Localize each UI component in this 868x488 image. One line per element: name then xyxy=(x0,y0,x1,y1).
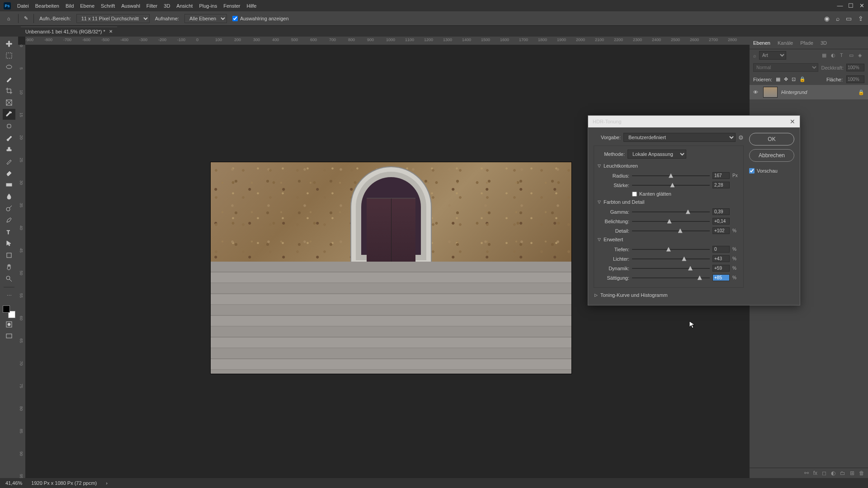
exposure-input[interactable] xyxy=(712,218,730,225)
detail-input[interactable] xyxy=(712,227,730,234)
screenmode-icon[interactable] xyxy=(3,331,15,342)
cloud-icon[interactable]: ◉ xyxy=(824,15,830,22)
layer-name[interactable]: Hintergrund xyxy=(781,89,807,95)
eyedropper-tool[interactable] xyxy=(3,109,15,120)
saturation-slider[interactable] xyxy=(632,277,710,278)
filter-smart-icon[interactable]: ◈ xyxy=(858,52,864,59)
menu-fenster[interactable]: Fenster xyxy=(223,3,240,9)
menu-filter[interactable]: Filter xyxy=(146,3,157,9)
filter-pixel-icon[interactable]: ▦ xyxy=(822,52,828,59)
tab-pfade[interactable]: Pfade xyxy=(800,40,813,46)
saturation-input[interactable] xyxy=(712,274,730,281)
section-curve-toggle[interactable]: ▷ Toning-Kurve und Histogramm xyxy=(594,291,744,300)
home-icon[interactable]: ⌂ xyxy=(5,14,13,23)
highlight-input[interactable] xyxy=(712,255,730,262)
workspace-icon[interactable]: ▭ xyxy=(846,15,852,22)
vibrance-input[interactable] xyxy=(712,265,730,272)
visibility-icon[interactable]: 👁 xyxy=(753,89,760,95)
menu-auswahl[interactable]: Auswahl xyxy=(121,3,140,9)
layer-row[interactable]: 👁 Hintergrund 🔒 xyxy=(750,85,868,99)
sample-size-select[interactable]: 11 x 11 Pixel Durchschnitt xyxy=(76,14,150,23)
lock-artboard-icon[interactable]: ⊡ xyxy=(792,76,796,82)
doc-info[interactable]: 1920 Px x 1080 Px (72 ppcm) xyxy=(31,480,97,486)
eyedropper-tool-icon[interactable]: ✎ xyxy=(24,15,28,21)
gamma-slider[interactable] xyxy=(632,211,710,212)
filter-shape-icon[interactable]: ▭ xyxy=(849,52,855,59)
blur-tool[interactable] xyxy=(3,191,15,202)
fill-input[interactable] xyxy=(846,75,864,83)
preview-checkbox[interactable] xyxy=(749,168,755,174)
tab-ebenen[interactable]: Ebenen xyxy=(753,40,770,46)
new-layer-icon[interactable]: ⊞ xyxy=(850,470,854,476)
preset-gear-icon[interactable]: ⚙ xyxy=(738,134,744,141)
shadow-input[interactable] xyxy=(712,246,730,253)
layer-thumbnail[interactable] xyxy=(763,87,778,98)
ok-button[interactable]: OK xyxy=(749,133,794,145)
frame-tool[interactable] xyxy=(3,97,15,108)
dodge-tool[interactable] xyxy=(3,203,15,214)
document-tab[interactable]: Unbenannt-1 bei 41,5% (RGB/32*) * ✕ xyxy=(21,27,117,36)
menu-ebene[interactable]: Ebene xyxy=(80,3,94,9)
marquee-tool[interactable] xyxy=(3,50,15,61)
highlight-slider[interactable] xyxy=(632,258,710,259)
strength-input[interactable] xyxy=(712,182,730,188)
section-advanced-toggle[interactable]: ▽Erweitert xyxy=(598,237,740,242)
close-icon[interactable]: ✕ xyxy=(859,3,864,9)
gamma-input[interactable] xyxy=(712,208,730,215)
opacity-input[interactable] xyxy=(846,64,864,71)
section-tone-toggle[interactable]: ▽Farbton und Detail xyxy=(598,199,740,205)
hand-tool[interactable] xyxy=(3,262,15,272)
layer-mask-icon[interactable]: ◻ xyxy=(822,470,826,476)
show-ring-checkbox[interactable] xyxy=(232,16,238,21)
cancel-button[interactable]: Abbrechen xyxy=(749,149,794,162)
layer-fx-icon[interactable]: fx xyxy=(813,470,817,476)
lock-pixels-icon[interactable]: ▦ xyxy=(776,76,780,82)
link-layers-icon[interactable]: ⚯ xyxy=(804,470,809,476)
menu-bild[interactable]: Bild xyxy=(66,3,74,9)
minimize-icon[interactable]: — xyxy=(837,3,843,9)
maximize-icon[interactable]: ☐ xyxy=(848,3,854,9)
filter-type-icon[interactable]: T xyxy=(840,52,846,59)
tab-close-icon[interactable]: ✕ xyxy=(109,29,113,34)
layer-lock-icon[interactable]: 🔒 xyxy=(858,89,864,95)
share-icon[interactable]: ⇪ xyxy=(858,15,863,22)
layer-group-icon[interactable]: 🗀 xyxy=(840,470,845,476)
menu-hilfe[interactable]: Hilfe xyxy=(246,3,256,9)
detail-slider[interactable] xyxy=(632,230,710,231)
radius-slider[interactable] xyxy=(632,175,710,176)
history-brush-tool[interactable] xyxy=(3,156,15,167)
pen-tool[interactable] xyxy=(3,215,15,225)
lock-all-icon[interactable]: 🔒 xyxy=(799,76,806,82)
menu-bearbeiten[interactable]: Bearbeiten xyxy=(35,3,59,9)
tab-kanaele[interactable]: Kanäle xyxy=(778,40,793,46)
stamp-tool[interactable] xyxy=(3,144,15,155)
wand-tool[interactable] xyxy=(3,74,15,84)
type-tool[interactable]: T xyxy=(3,226,15,237)
path-select-tool[interactable] xyxy=(3,238,15,249)
zoom-level[interactable]: 41,46% xyxy=(5,480,22,486)
shape-tool[interactable] xyxy=(3,250,15,261)
radius-input[interactable] xyxy=(712,172,730,179)
tab-3d[interactable]: 3D xyxy=(821,40,827,46)
menu-datei[interactable]: Datei xyxy=(17,3,29,9)
preset-select[interactable]: Benutzerdefiniert xyxy=(623,133,736,142)
gradient-tool[interactable] xyxy=(3,179,15,190)
method-select[interactable]: Lokale Anpassung xyxy=(627,150,686,159)
eraser-tool[interactable] xyxy=(3,168,15,178)
layer-filter-kind[interactable]: Art xyxy=(759,51,786,60)
blend-mode-select[interactable]: Normal xyxy=(753,63,818,72)
lasso-tool[interactable] xyxy=(3,62,15,73)
move-tool[interactable] xyxy=(3,38,15,49)
shadow-slider[interactable] xyxy=(632,249,710,250)
search-icon[interactable]: ⌕ xyxy=(836,15,840,22)
exposure-slider[interactable] xyxy=(632,221,710,222)
edit-toolbar-icon[interactable]: ⋯ xyxy=(3,290,15,301)
delete-layer-icon[interactable]: 🗑 xyxy=(859,470,864,476)
menu-3d[interactable]: 3D xyxy=(164,3,170,9)
heal-tool[interactable] xyxy=(3,121,15,131)
smooth-edges-checkbox[interactable] xyxy=(632,192,637,197)
quickmask-icon[interactable] xyxy=(3,319,15,330)
menu-ansicht[interactable]: Ansicht xyxy=(176,3,193,9)
strength-slider[interactable] xyxy=(632,185,710,186)
doc-info-arrow-icon[interactable]: › xyxy=(106,480,108,486)
